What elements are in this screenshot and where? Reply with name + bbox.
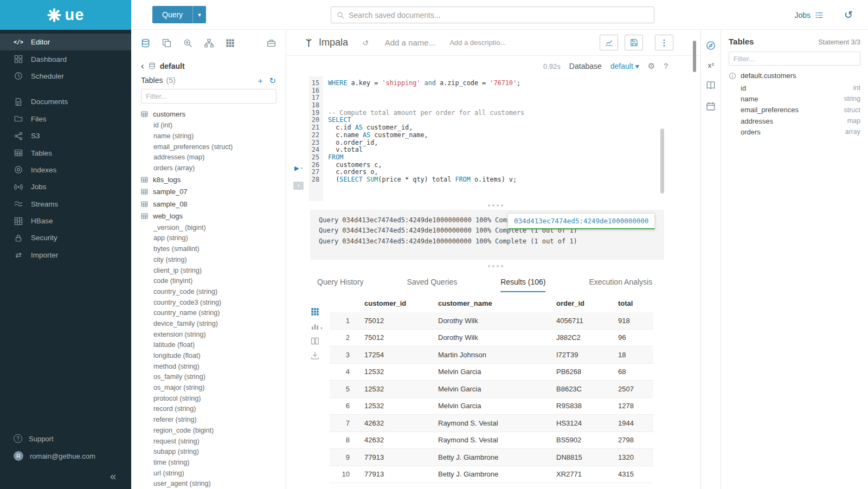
search-input[interactable]	[349, 11, 648, 20]
snippet-history-icon[interactable]: ↺	[362, 38, 369, 47]
database-dropdown[interactable]: default ▾	[610, 62, 639, 70]
documents-source-icon[interactable]	[162, 38, 171, 48]
column-item[interactable]: country_code3 (string)	[131, 297, 286, 308]
right-filter-input[interactable]	[729, 52, 860, 66]
column-item[interactable]: url (string)	[131, 468, 286, 479]
sidebar-item-editor[interactable]: </>Editor	[0, 34, 131, 50]
column-item[interactable]: bytes (smallint)	[131, 243, 286, 254]
panel-scrollbar[interactable]	[693, 41, 696, 72]
grid-view-button[interactable]	[311, 307, 319, 316]
add-table-icon[interactable]: +	[258, 76, 263, 85]
code-line[interactable]: 26 customers c,	[286, 162, 700, 169]
chevron-left-icon[interactable]: ‹	[141, 61, 144, 70]
sidebar-item-security[interactable]: Security	[0, 229, 131, 246]
editor-scrollbar[interactable]	[660, 128, 664, 194]
column-item[interactable]: time (string)	[131, 457, 286, 468]
column-item[interactable]: country_code (string)	[131, 286, 286, 297]
more-actions-button[interactable]: ⋮	[655, 35, 673, 50]
chart-button[interactable]	[600, 35, 618, 50]
query-name-field[interactable]: Add a name...	[385, 38, 435, 47]
download-button[interactable]	[311, 351, 319, 360]
sidebar-item-importer[interactable]: ⇄Importer	[0, 247, 131, 263]
breadcrumb-database[interactable]: default	[160, 62, 185, 70]
statement-indicator[interactable]: Statement 3/3	[818, 38, 860, 46]
column-item[interactable]: os_family (string)	[131, 372, 286, 383]
hue-logo[interactable]: ue	[0, 0, 131, 30]
column-item[interactable]: _version_ (bigint)	[131, 222, 286, 233]
table-item-k8s_logs[interactable]: k8s_logs	[131, 173, 286, 186]
engine-selector[interactable]: Impala	[304, 37, 348, 48]
editor-assistant-icon[interactable]	[706, 41, 716, 50]
column-item[interactable]: region_code (bigint)	[131, 425, 286, 436]
briefcase-icon[interactable]	[267, 38, 276, 48]
table-row[interactable]: 842632Raymond S. VestalBS59022798	[330, 432, 653, 449]
column-item[interactable]: protocol (string)	[131, 393, 286, 404]
right-column-orders[interactable]: ordersarray	[729, 126, 860, 137]
code-line[interactable]: 22 c.name AS customer_name,	[286, 132, 700, 139]
language-reference-icon[interactable]	[706, 80, 716, 90]
table-row[interactable]: 275012Dorothy WilkJ882C296	[330, 330, 653, 347]
tab-results[interactable]: Results (106)	[500, 273, 545, 292]
table-row[interactable]: 1077913Betty J. GiambroneXR27714315	[330, 466, 653, 484]
table-row[interactable]: 612532Melvin GarciaR9S8381278	[330, 398, 653, 415]
column-item[interactable]: user_agent (string)	[131, 478, 286, 489]
code-line[interactable]: 25FROM	[286, 154, 700, 162]
code-line[interactable]: 17	[286, 94, 700, 102]
run-query-button[interactable]: ▶ ▾	[294, 164, 303, 172]
tab-query-history[interactable]: Query History	[317, 273, 364, 292]
sidebar-item-jobs[interactable]: Jobs	[0, 178, 131, 195]
gear-icon[interactable]: ⚙	[648, 61, 655, 71]
jobs-link[interactable]: Jobs	[795, 11, 824, 20]
col-header-customer-name[interactable]: customer_name	[437, 299, 556, 307]
code-line[interactable]: 27 c.orders o,	[286, 169, 700, 176]
column-item[interactable]: method (string)	[131, 361, 286, 372]
column-item[interactable]: device_family (string)	[131, 318, 286, 329]
save-button[interactable]	[625, 35, 643, 50]
column-item[interactable]: record (string)	[131, 404, 286, 415]
table-item-web_logs[interactable]: web_logs	[131, 210, 286, 222]
apps-grid-icon[interactable]	[226, 38, 235, 48]
code-line[interactable]: 18	[286, 102, 700, 110]
column-item[interactable]: request (string)	[131, 436, 286, 447]
search-plus-icon[interactable]	[183, 38, 192, 48]
sidebar-item-dashboard[interactable]: Dashboard	[0, 50, 131, 67]
columns-view-button[interactable]	[311, 337, 319, 345]
right-column-id[interactable]: idint	[729, 82, 860, 93]
column-item[interactable]: extension (string)	[131, 329, 286, 340]
right-column-addresses[interactable]: addressesmap	[729, 115, 860, 126]
sql-source-icon[interactable]	[141, 38, 150, 48]
column-item[interactable]: os_major (string)	[131, 382, 286, 393]
code-line[interactable]: 19-- Compute total amount per order for …	[286, 110, 700, 117]
statement-gutter-widget[interactable]: ▾	[293, 182, 304, 190]
query-history-icon[interactable]: ↺	[844, 9, 853, 21]
new-query-button[interactable]: Query ▾	[152, 6, 206, 23]
column-item[interactable]: id (int)	[131, 120, 286, 131]
table-row[interactable]: 317254Martin JohnsonI72T3918	[330, 346, 653, 364]
chart-view-button[interactable]: ▾	[311, 322, 323, 331]
column-item[interactable]: subapp (string)	[131, 446, 286, 457]
hdfs-source-icon[interactable]	[204, 38, 214, 48]
code-line[interactable]: 24 v.total	[286, 146, 700, 154]
col-header-total[interactable]: total	[618, 299, 653, 307]
code-line[interactable]: 28 (SELECT SUM(price * qty) total FROM o…	[286, 176, 700, 184]
column-item[interactable]: orders (array)	[131, 163, 286, 173]
column-item[interactable]: email_preferences (struct)	[131, 141, 286, 152]
table-row[interactable]: 742632Raymond S. VestalHS31241944	[330, 415, 653, 432]
column-item[interactable]: latitude (float)	[131, 340, 286, 351]
active-table-row[interactable]: default.customers	[729, 72, 860, 80]
column-item[interactable]: addresses (map)	[131, 152, 286, 163]
table-item-customers[interactable]: customers	[131, 108, 286, 120]
resize-handle-top[interactable]	[286, 201, 700, 210]
sidebar-item-files[interactable]: Files	[0, 111, 131, 127]
column-item[interactable]: client_ip (string)	[131, 265, 286, 276]
column-item[interactable]: longitude (float)	[131, 350, 286, 361]
tab-execution-analysis[interactable]: Execution Analysis	[589, 273, 652, 292]
column-item[interactable]: code (tinyint)	[131, 275, 286, 286]
col-header-customer-id[interactable]: customer_id	[358, 299, 437, 307]
support-link[interactable]: ? Support	[0, 430, 131, 447]
resize-handle-bottom[interactable]	[286, 260, 700, 273]
sidebar-item-indexes[interactable]: Indexes	[0, 162, 131, 178]
sidebar-item-streams[interactable]: Streams	[0, 196, 131, 213]
right-column-email_preferences[interactable]: email_preferencesstruct	[729, 105, 860, 115]
column-item[interactable]: city (string)	[131, 254, 286, 265]
